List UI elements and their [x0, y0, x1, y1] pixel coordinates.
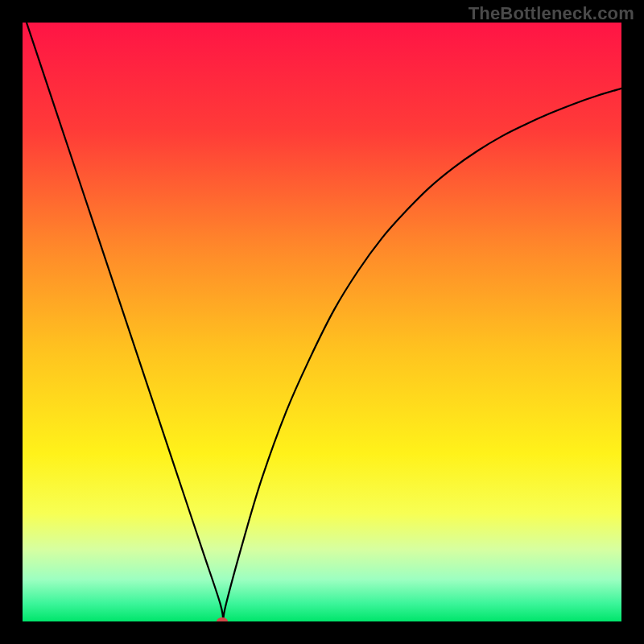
svg-rect-0	[23, 23, 621, 621]
watermark-text: TheBottleneck.com	[469, 3, 634, 24]
plot-area	[23, 23, 621, 621]
background-gradient	[23, 23, 621, 621]
optimal-marker	[217, 617, 228, 621]
chart-frame: TheBottleneck.com	[0, 0, 644, 644]
